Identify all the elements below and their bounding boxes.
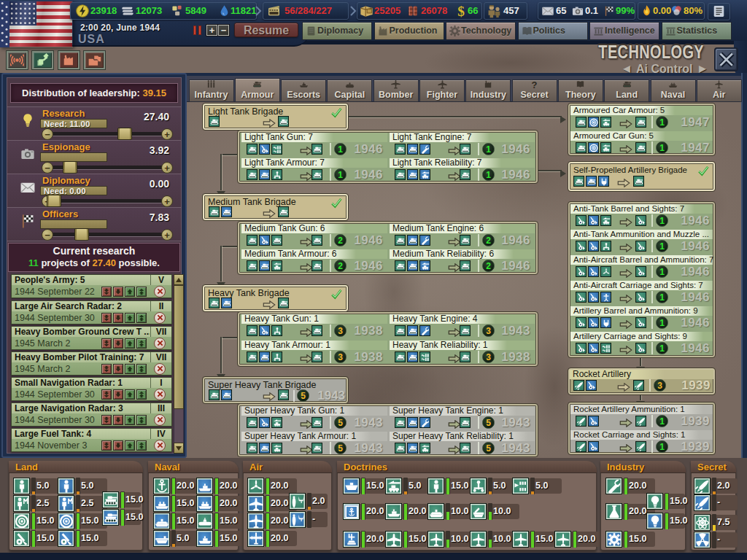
svg-text:$: $ <box>457 4 465 18</box>
